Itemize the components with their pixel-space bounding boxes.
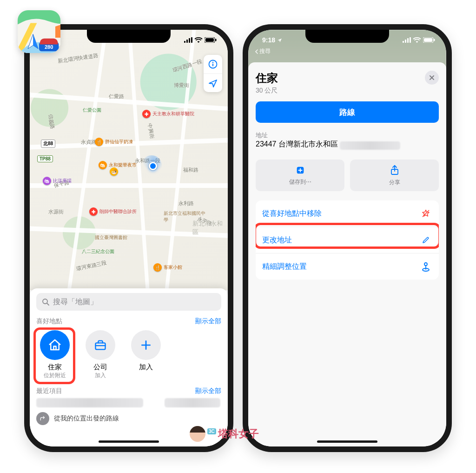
address-value: 23447 台灣新北市永和區 (256, 140, 338, 149)
road-label: 福和路 (183, 167, 198, 173)
route-from-my-location[interactable]: 從我的位置出發的路線 (54, 414, 119, 423)
svg-point-10 (212, 62, 214, 63)
cellular-icon (403, 37, 411, 43)
home-indicator[interactable] (99, 440, 159, 443)
location-arrow-icon (277, 38, 282, 43)
home-icon (48, 338, 62, 352)
svg-rect-11 (212, 64, 213, 67)
redacted-strip (36, 398, 143, 407)
map-locate-button[interactable] (204, 73, 222, 92)
place-detail-sheet[interactable]: 住家 30 公尺 路線 地址 23447 台灣新北市永和區 (248, 62, 446, 446)
apple-maps-app-icon: 280 (18, 10, 60, 53)
star-slash-icon (419, 207, 432, 220)
poi-label: 胖仙仙芋奶凍 (105, 139, 133, 145)
svg-rect-4 (189, 38, 190, 43)
map-info-button[interactable] (204, 55, 222, 73)
route-arrow-icon (36, 412, 49, 425)
remove-favorite-label: 從喜好地點中移除 (262, 209, 322, 219)
place-title: 住家 (256, 71, 278, 86)
favorites-header: 喜好地點 (36, 317, 62, 326)
share-label: 分享 (389, 179, 400, 187)
favorites-header-row: 喜好地點 顯示全部 (36, 317, 221, 326)
favorite-title: 住家 (48, 363, 62, 372)
recents-header-row: 最近項目 顯示全部 (36, 387, 221, 395)
home-indicator[interactable] (317, 440, 377, 443)
road-label: 永貞路 (81, 139, 96, 146)
poi-food-icon[interactable]: 🍜 (110, 167, 118, 176)
road-label: 永利路 (178, 200, 194, 207)
recents-header: 最近項目 (36, 387, 62, 395)
poi-hospital-icon[interactable]: ✚ (142, 110, 151, 118)
road-label: 環河東路三段 (76, 259, 107, 272)
favorites-show-all-link[interactable]: 顯示全部 (195, 317, 221, 326)
poi-label: 天主教永和耕莘醫院 (152, 111, 194, 117)
poi-market-icon[interactable]: 🛍 (99, 161, 107, 169)
road-label: 中興街 (146, 123, 156, 139)
place-distance: 30 公尺 (256, 87, 278, 95)
poi-food-icon[interactable]: 🍴 (153, 263, 162, 272)
directions-label: 路線 (339, 107, 355, 118)
cellular-icon (184, 37, 192, 43)
poi-label: 客家小館 (164, 264, 182, 271)
share-button[interactable]: 分享 (350, 160, 439, 191)
poi-mall-icon[interactable]: 🛍 (43, 177, 51, 185)
phone-mockup-left: 新北環河快速道路 仁愛路 博愛街 環河西路一段 永貞路 信義路 中興街 福和路 … (24, 24, 233, 452)
save-plus-icon (295, 165, 305, 175)
search-input[interactable]: 搜尋「地圖」 (36, 293, 221, 311)
address-label: 地址 (256, 131, 439, 140)
svg-text:280: 280 (45, 44, 53, 50)
poi-clinic-icon[interactable]: ✚ (89, 207, 98, 216)
share-icon (390, 165, 399, 176)
change-address-row[interactable]: 更改地址 (256, 227, 439, 253)
search-icon (42, 298, 49, 306)
favorite-title: 加入 (139, 363, 153, 372)
briefcase-icon (94, 339, 107, 352)
road-label: 新北環河快速道路 (57, 52, 99, 65)
directions-button[interactable]: 路線 (256, 101, 439, 123)
poi-label: 仁愛公園 (83, 107, 101, 113)
svg-rect-20 (407, 38, 409, 43)
favorite-add[interactable]: 加入 (127, 330, 165, 380)
poi-food-icon[interactable]: 🍴 (95, 138, 103, 146)
favorite-title: 公司 (93, 363, 107, 372)
poi-label: 朗師中醫聯合診所 (99, 208, 137, 215)
svg-rect-3 (186, 40, 188, 43)
road-label: 仁愛路 (109, 93, 124, 100)
plus-icon (140, 339, 152, 351)
map-canvas[interactable]: 新北環河快速道路 仁愛路 博愛街 環河西路一段 永貞路 信義路 中興街 福和路 … (30, 30, 228, 290)
poi-label: 國立臺灣圖書館 (95, 234, 127, 241)
map-controls (204, 55, 222, 92)
pin-move-icon (419, 260, 432, 273)
redacted-strip (340, 141, 400, 150)
favorite-home[interactable]: 住家 位於附近 (36, 330, 73, 380)
svg-rect-24 (434, 39, 435, 41)
wifi-icon (194, 37, 203, 43)
save-to-label: 儲存到⋯ (289, 178, 311, 186)
svg-rect-18 (403, 41, 404, 43)
road-label: 信義路 (47, 113, 56, 130)
redacted-strip (165, 398, 220, 407)
refine-location-row[interactable]: 精細調整位置 (256, 253, 439, 280)
favorite-work[interactable]: 公司 加入 (82, 330, 119, 380)
wifi-icon (413, 37, 421, 43)
road-label: 水源街 (48, 208, 64, 215)
save-to-button[interactable]: 儲存到⋯ (256, 160, 344, 191)
poi-label: 八二三紀念公園 (82, 248, 114, 255)
svg-rect-21 (410, 37, 411, 43)
favorite-subtitle: 位於附近 (44, 372, 66, 380)
close-button[interactable] (425, 71, 439, 85)
battery-icon (423, 37, 435, 43)
svg-rect-2 (184, 41, 185, 43)
refine-location-label: 精細調整位置 (262, 262, 307, 272)
route-badge: TP88 (37, 155, 53, 162)
phone-mockup-right: 9:18 搜尋 住家 30 公尺 (243, 24, 452, 452)
pencil-icon (419, 233, 432, 246)
poi-label: 新北市立福和國民中學 (164, 210, 205, 223)
bottom-sheet[interactable]: 搜尋「地圖」 喜好地點 顯示全部 住家 位於附近 (30, 288, 228, 446)
user-location-dot (149, 162, 157, 170)
road-label: 博愛街 (174, 82, 189, 89)
recents-show-all-link[interactable]: 顯示全部 (195, 387, 221, 395)
svg-rect-8 (215, 39, 217, 41)
remove-from-favorites-row[interactable]: 從喜好地點中移除 (256, 200, 439, 227)
svg-rect-5 (191, 37, 192, 43)
